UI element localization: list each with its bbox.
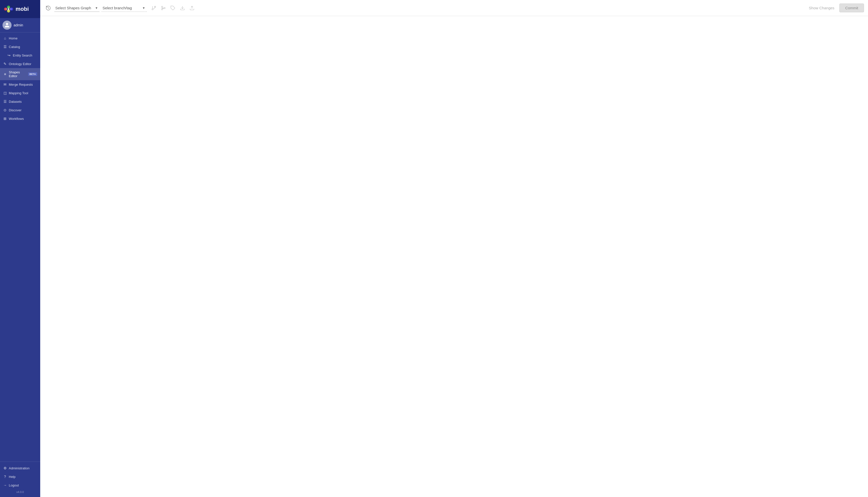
- history-icon: [45, 5, 51, 11]
- sidebar-item-mapping-tool-label: Mapping Tool: [9, 91, 28, 95]
- merge-button[interactable]: [159, 4, 167, 12]
- avatar: [2, 20, 12, 30]
- sidebar-item-mapping-tool[interactable]: ◫ Mapping Tool: [0, 89, 40, 97]
- ontology-editor-icon: ✎: [3, 62, 7, 66]
- sidebar-item-catalog[interactable]: ☰ Catalog: [0, 42, 40, 51]
- sidebar-item-entity-search-label: Entity Search: [13, 54, 32, 57]
- mobi-logo: [2, 3, 15, 15]
- content-area: [40, 16, 868, 497]
- merge-icon: [161, 5, 166, 11]
- sidebar-item-shapes-editor[interactable]: ≡ Shapes Editor BETA: [0, 68, 40, 80]
- sidebar-item-administration-label: Administration: [9, 466, 29, 470]
- branch-button[interactable]: [150, 4, 158, 12]
- sidebar-item-catalog-label: Catalog: [9, 45, 20, 49]
- entity-search-icon: ↪: [7, 53, 11, 57]
- person-icon: [4, 23, 10, 28]
- sidebar-item-discover[interactable]: ⊙ Discover: [0, 106, 40, 114]
- upload-button[interactable]: [188, 4, 196, 12]
- catalog-icon: ☰: [3, 45, 7, 49]
- home-icon: ⌂: [3, 36, 7, 40]
- sidebar-item-discover-label: Discover: [9, 108, 22, 112]
- sidebar-item-merge-requests-label: Merge Requests: [9, 83, 33, 86]
- sidebar-item-home-label: Home: [9, 37, 18, 40]
- nav-menu: ⌂ Home ☰ Catalog ↪ Entity Search ✎ Ontol…: [0, 32, 40, 462]
- sidebar-item-help-label: Help: [9, 475, 16, 479]
- logo-area: mobi: [0, 0, 40, 18]
- tag-icon: [170, 5, 175, 11]
- beta-badge: BETA: [28, 72, 37, 76]
- mapping-tool-icon: ◫: [3, 91, 7, 95]
- discover-icon: ⊙: [3, 108, 7, 112]
- sidebar-item-entity-search[interactable]: ↪ Entity Search: [0, 51, 40, 59]
- sidebar-item-workflows-label: Workflows: [9, 117, 24, 120]
- sidebar-item-datasets[interactable]: ☰ Datasets: [0, 97, 40, 106]
- sidebar-item-help[interactable]: ? Help: [0, 472, 40, 481]
- help-icon: ?: [3, 474, 7, 479]
- download-button[interactable]: [179, 4, 186, 12]
- sidebar-item-merge-requests[interactable]: ✉ Merge Requests: [0, 80, 40, 89]
- graph-select-wrapper: Select Shapes Graph ▼: [54, 4, 100, 12]
- branch-select[interactable]: Select branch/tag: [101, 4, 147, 12]
- sidebar-item-ontology-editor-label: Ontology Editor: [9, 62, 31, 66]
- sidebar-item-shapes-editor-label: Shapes Editor: [9, 70, 26, 78]
- app-name-label: mobi: [16, 6, 29, 12]
- datasets-icon: ☰: [3, 99, 7, 103]
- branch-icon: [151, 5, 156, 11]
- merge-requests-icon: ✉: [3, 82, 7, 86]
- upload-icon: [189, 5, 195, 11]
- show-changes-button[interactable]: Show Changes: [806, 4, 838, 12]
- download-icon: [180, 5, 185, 11]
- main-content: Select Shapes Graph ▼ Select branch/tag …: [40, 0, 868, 497]
- sidebar: mobi admin ⌂ Home ☰ Catalog ↪ Entity Sea…: [0, 0, 40, 497]
- sidebar-item-datasets-label: Datasets: [9, 100, 22, 103]
- version-label: v4.0.0: [0, 489, 40, 495]
- sidebar-item-ontology-editor[interactable]: ✎ Ontology Editor: [0, 59, 40, 68]
- commit-button[interactable]: Commit: [839, 3, 864, 12]
- tag-button[interactable]: [169, 4, 177, 12]
- username-label: admin: [14, 23, 23, 27]
- history-button[interactable]: [44, 4, 52, 12]
- graph-select[interactable]: Select Shapes Graph: [54, 4, 100, 12]
- toolbar: Select Shapes Graph ▼ Select branch/tag …: [40, 0, 868, 16]
- toolbar-icons: [150, 4, 196, 12]
- administration-icon: ⚙: [3, 466, 7, 470]
- sidebar-item-administration[interactable]: ⚙ Administration: [0, 464, 40, 472]
- sidebar-bottom: ⚙ Administration ? Help → Logout v4.0.0: [0, 462, 40, 497]
- sidebar-item-logout-label: Logout: [9, 483, 19, 487]
- svg-point-18: [164, 7, 165, 9]
- workflows-icon: ⊞: [3, 117, 7, 120]
- logout-icon: →: [3, 483, 7, 487]
- sidebar-item-home[interactable]: ⌂ Home: [0, 34, 40, 42]
- sidebar-item-workflows[interactable]: ⊞ Workflows: [0, 114, 40, 123]
- branch-select-wrapper: Select branch/tag ▼: [101, 4, 147, 12]
- shapes-editor-icon: ≡: [3, 72, 7, 76]
- sidebar-item-logout[interactable]: → Logout: [0, 481, 40, 489]
- user-area: admin: [0, 18, 40, 32]
